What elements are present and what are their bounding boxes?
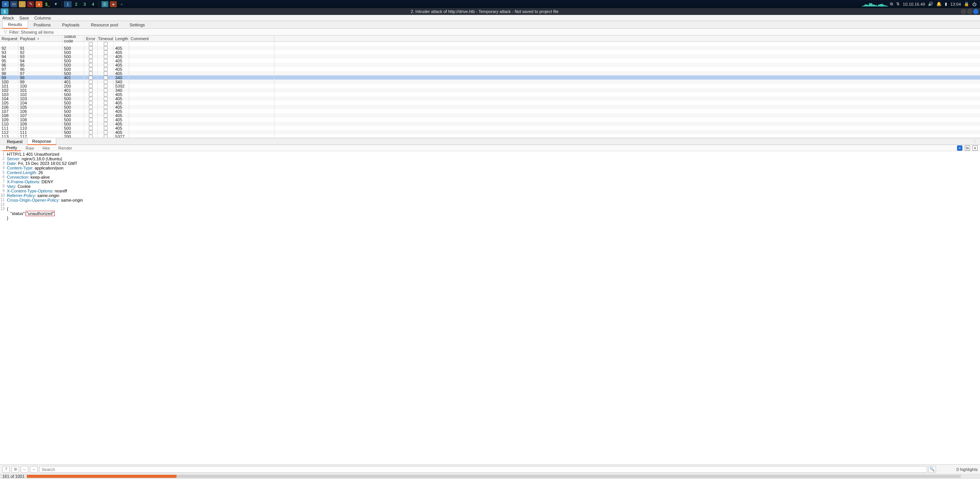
search-icon[interactable]: 🔍: [928, 466, 936, 473]
response-line: 5Content-Length: 26: [0, 170, 980, 175]
notifications-icon[interactable]: 🔔: [936, 2, 942, 7]
tab-results[interactable]: Results: [2, 21, 28, 29]
newline-toggle-icon[interactable]: \n: [965, 145, 970, 151]
table-row[interactable]: 9897500405: [0, 71, 980, 75]
results-table: Request Payload▲ Status code Error Timeo…: [0, 36, 980, 138]
filter-label: Filter: Showing all items: [9, 30, 54, 34]
search-prev-button[interactable]: ←: [21, 466, 28, 473]
error-checkbox: [89, 76, 93, 80]
table-row[interactable]: 109108500405: [0, 117, 980, 122]
col-request[interactable]: Request: [0, 36, 18, 41]
table-row[interactable]: 9493500405: [0, 54, 980, 59]
firefox-icon[interactable]: ●: [36, 1, 42, 7]
files-icon[interactable]: ▯: [19, 1, 26, 7]
timeout-checkbox: [104, 55, 108, 59]
col-error[interactable]: Error: [84, 36, 98, 41]
response-line: 6Connection: keep-alive: [0, 175, 980, 179]
error-checkbox: [89, 101, 93, 105]
table-row[interactable]: 9392500405: [0, 50, 980, 54]
volume-icon[interactable]: 🔊: [928, 2, 933, 7]
menu-save[interactable]: Save: [20, 16, 29, 20]
app-icon: $: [1, 8, 8, 15]
table-row[interactable]: 10099401340: [0, 80, 980, 84]
lock-icon[interactable]: 🔒: [964, 2, 969, 7]
timeout-checkbox: [104, 114, 108, 117]
view-raw[interactable]: Raw: [22, 145, 38, 151]
col-payload[interactable]: Payload▲: [18, 36, 62, 41]
burp-taskbar-icon[interactable]: B: [101, 1, 108, 7]
table-row[interactable]: 111110500405: [0, 126, 980, 130]
screen-icon[interactable]: ⧉: [890, 2, 893, 7]
power-icon[interactable]: ▮: [945, 2, 947, 7]
table-row[interactable]: 104103500405: [0, 96, 980, 101]
vpn-icon[interactable]: ⇅: [896, 2, 900, 7]
table-row[interactable]: 1131122005327: [0, 134, 980, 138]
menu-attack[interactable]: Attack: [2, 16, 14, 20]
tab-positions[interactable]: Positions: [28, 21, 57, 28]
table-row[interactable]: 106105500405: [0, 105, 980, 109]
table-row[interactable]: [0, 42, 980, 46]
view-hex[interactable]: Hex: [39, 145, 54, 151]
table-row[interactable]: 9796500405: [0, 67, 980, 71]
help-button[interactable]: ?: [2, 466, 10, 473]
response-body[interactable]: 1HTTP/1.1 401 Unauthorized2Server: nginx…: [0, 151, 980, 450]
search-settings-button[interactable]: ⚙: [11, 466, 19, 473]
table-row[interactable]: 9291500405: [0, 46, 980, 50]
workspace-2[interactable]: 2: [72, 1, 80, 7]
firefox-taskbar-icon[interactable]: ●: [110, 1, 117, 7]
tab-payloads[interactable]: Payloads: [56, 21, 85, 28]
table-row[interactable]: 9594500405: [0, 59, 980, 63]
terminal-icon[interactable]: ▭: [10, 1, 17, 7]
error-checkbox: [89, 109, 93, 113]
tab-response[interactable]: Response: [27, 138, 56, 145]
app-taskbar-icon[interactable]: ▫: [118, 1, 125, 7]
workspace-1[interactable]: 1: [64, 1, 72, 7]
power-menu-icon[interactable]: ⏻: [972, 2, 977, 7]
table-row[interactable]: 105104500405: [0, 101, 980, 105]
view-render[interactable]: Render: [54, 145, 76, 151]
table-row[interactable]: 9998401340: [0, 75, 980, 80]
kali-menu-icon[interactable]: ⟡: [2, 1, 9, 7]
filter-bar[interactable]: ▽ Filter: Showing all items: [0, 29, 980, 36]
tab-request[interactable]: Request: [2, 138, 27, 145]
timeout-checkbox: [104, 80, 108, 84]
highlight-count: 0 highlights: [956, 467, 978, 472]
tab-settings[interactable]: Settings: [124, 21, 151, 28]
layout-toggle-icon[interactable]: ≡: [972, 145, 978, 151]
menu-columns[interactable]: Columns: [34, 16, 51, 20]
error-checkbox: [89, 93, 93, 96]
maximize-button[interactable]: [967, 9, 972, 14]
panel-menu-icon[interactable]: ⋮: [973, 139, 977, 144]
root-terminal-icon[interactable]: $_: [44, 1, 51, 7]
editor-icon[interactable]: ✎: [27, 1, 34, 7]
dropdown-icon[interactable]: ▾: [52, 1, 59, 7]
search-input[interactable]: [39, 466, 927, 473]
workspace-3[interactable]: 3: [81, 1, 88, 7]
error-checkbox: [89, 135, 93, 138]
view-pretty[interactable]: Pretty: [2, 145, 21, 151]
inspector-toggle-icon[interactable]: ≡: [957, 145, 962, 151]
table-row[interactable]: 110109500405: [0, 122, 980, 126]
table-row[interactable]: 108107500405: [0, 113, 980, 117]
timeout-checkbox: [104, 84, 108, 88]
workspace-4[interactable]: 4: [89, 1, 97, 7]
search-bar: ? ⚙ ← → 🔍 0 highlights: [0, 464, 980, 474]
col-length[interactable]: Length: [114, 36, 129, 41]
table-row[interactable]: 1011002005392: [0, 84, 980, 88]
table-row[interactable]: 9695500405: [0, 63, 980, 67]
col-comment[interactable]: Comment: [129, 36, 274, 41]
table-row[interactable]: 107106500405: [0, 109, 980, 113]
tab-resource-pool[interactable]: Resource pool: [85, 21, 124, 28]
close-button[interactable]: [973, 9, 978, 14]
table-row[interactable]: 103102500405: [0, 92, 980, 96]
timeout-checkbox: [104, 72, 108, 75]
separator: [99, 1, 99, 7]
minimize-button[interactable]: [961, 9, 966, 14]
col-status[interactable]: Status code: [62, 36, 84, 41]
table-row[interactable]: 112111500405: [0, 130, 980, 134]
progress-text: 161 of 1001: [0, 474, 27, 479]
timeout-checkbox: [104, 67, 108, 71]
col-timeout[interactable]: Timeout: [98, 36, 114, 41]
table-row[interactable]: 102101401340: [0, 88, 980, 92]
search-next-button[interactable]: →: [30, 466, 38, 473]
